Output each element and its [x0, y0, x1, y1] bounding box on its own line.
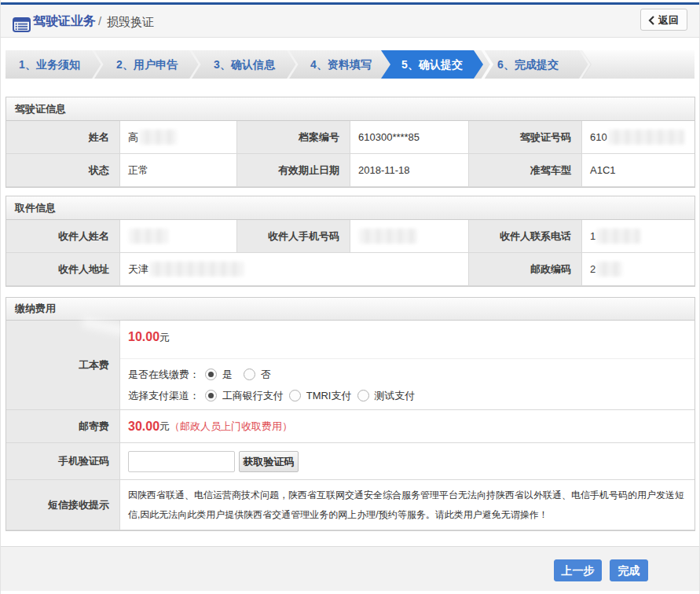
svg-text:6、完成提交: 6、完成提交 [497, 58, 559, 71]
svg-text:3、确认信息: 3、确认信息 [214, 58, 276, 71]
svg-text:5、确认提交: 5、确认提交 [401, 58, 463, 71]
svg-text:4、资料填写: 4、资料填写 [310, 58, 372, 71]
svg-text:2、用户申告: 2、用户申告 [116, 58, 178, 71]
svg-text:1、业务须知: 1、业务须知 [19, 58, 80, 71]
